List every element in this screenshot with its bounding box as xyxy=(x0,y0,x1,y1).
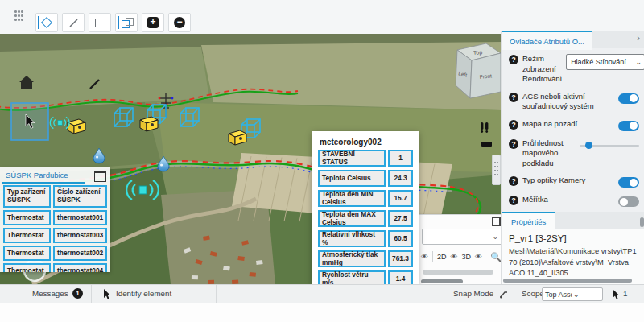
slider-knob[interactable] xyxy=(585,142,592,149)
meteorology-row: Teplota Celsius24.3 xyxy=(318,170,413,187)
toolbar-grip-icon[interactable] xyxy=(14,10,26,23)
cursor-icon xyxy=(103,289,111,299)
table-row[interactable]: Thermostatthermostat002 xyxy=(3,246,107,261)
chevron-down-icon: ⌄ xyxy=(492,233,498,241)
view-cube[interactable]: Top Left Front xyxy=(456,43,501,98)
building xyxy=(192,275,198,279)
panel-splitter-handle[interactable] xyxy=(492,155,501,185)
application-window: + − xyxy=(0,0,644,322)
help-icon: ? xyxy=(509,139,518,149)
toggle-switch[interactable] xyxy=(618,177,639,188)
zoom-out-button[interactable]: − xyxy=(168,13,191,32)
table-row[interactable]: Thermostatthermostat004 xyxy=(3,263,107,272)
meteorology-row: Teplota den MIN Celsius15.7 xyxy=(318,190,413,207)
control-row: ?Mapa na pozadí xyxy=(502,115,644,134)
cell-device-type[interactable]: Thermostat xyxy=(3,246,51,261)
horizontal-scrollbar[interactable] xyxy=(503,279,632,283)
table-row[interactable]: Thermostatthermostat003 xyxy=(3,228,107,243)
vehicle-marker-icon xyxy=(481,142,492,147)
label-2d: 2D xyxy=(437,253,447,261)
meteorology-row: Teplota den MAX Celsius27.5 xyxy=(318,210,413,227)
element-selection-button[interactable] xyxy=(35,13,58,32)
scope-value: Top Assembly xyxy=(545,291,572,299)
building xyxy=(256,260,263,265)
line-icon xyxy=(68,18,79,28)
tab-attribute-controls[interactable]: Ovladače Atributů O... xyxy=(502,31,592,50)
truncated-text xyxy=(423,270,493,275)
meteorology-value: 60.5 xyxy=(388,230,413,247)
toggle-knob xyxy=(630,94,638,102)
toggle-knob xyxy=(630,179,638,187)
render-mode-dropdown[interactable]: Hladké Stínování⌄ xyxy=(566,54,644,70)
cell-device-type[interactable]: Thermostat xyxy=(3,263,51,272)
horizontal-scrollbar[interactable] xyxy=(421,279,463,283)
transparency-slider[interactable] xyxy=(580,140,639,151)
toggle-switch[interactable] xyxy=(618,93,639,104)
eye-2d-icon[interactable]: 👁 xyxy=(451,253,458,261)
cell-device-type[interactable]: Thermostat xyxy=(3,210,51,225)
scope-dropdown[interactable]: Top Assembly ⌄ xyxy=(542,287,603,301)
minus-icon: − xyxy=(174,17,185,28)
toggle-switch[interactable] xyxy=(618,196,639,207)
rectangle-tool-button[interactable] xyxy=(89,13,111,32)
element-name: P_vr1 [3-2SY] xyxy=(509,233,638,243)
plus-icon: + xyxy=(147,17,159,28)
cell-device-id[interactable]: thermostat001 xyxy=(53,210,107,225)
display-dropdown[interactable]: ⌄ xyxy=(422,229,502,245)
display-panel: ⌄ 👁 2D 👁 3D 👁 🔍 xyxy=(417,214,507,286)
suspk-panel-title[interactable]: SÚSPK Pardubice xyxy=(6,171,68,180)
cursor-count: 1 xyxy=(623,289,627,298)
help-icon: ? xyxy=(509,93,518,102)
meteorology-row: STAVEBNÍ STATUS1 xyxy=(318,150,413,167)
fence-icon xyxy=(122,18,132,27)
search-icon[interactable]: 🔍 xyxy=(490,252,502,262)
column-header: Typ zařízení SÚSPK xyxy=(3,185,51,208)
vertical-scrollbar[interactable] xyxy=(640,217,644,227)
camera-device-icon[interactable] xyxy=(140,117,158,131)
right-sidebar: Ovladače Atributů O... › ?Režim zobrazen… xyxy=(501,31,644,284)
eye-3d-icon[interactable]: 👁 xyxy=(475,253,482,261)
meteorology-label: STAVEBNÍ STATUS xyxy=(318,150,386,167)
help-icon: ? xyxy=(509,55,518,64)
control-label: Měřítka xyxy=(522,195,614,205)
meteorology-label: Teplota Celsius xyxy=(318,170,386,187)
zoom-in-button[interactable]: + xyxy=(142,13,164,32)
meteorology-row: Rychlost větru m/s1.4 xyxy=(318,270,413,284)
control-label: Mapa na pozadí xyxy=(522,119,614,130)
chevron-right-icon[interactable]: › xyxy=(637,33,640,43)
control-row: ?Typ optiky Kamery xyxy=(502,171,644,191)
messages-badge: 1 xyxy=(72,288,83,299)
cell-device-id[interactable]: thermostat004 xyxy=(53,263,107,272)
rectangle-icon xyxy=(95,19,105,27)
chevron-down-icon: ⌄ xyxy=(573,291,600,299)
table-header-row: Typ zařízení SÚSPK Číslo zařízení SÚSPK xyxy=(3,185,107,208)
table-row[interactable]: Thermostatthermostat001 xyxy=(3,210,107,225)
control-label: Průhlednost mapového podkladu xyxy=(522,138,576,169)
toggle-switch[interactable] xyxy=(618,121,639,131)
meteorology-value: 24.3 xyxy=(388,170,413,187)
meteorology-label: Relativní vlhkost % xyxy=(318,230,386,247)
messages-button[interactable]: Messages xyxy=(32,289,68,298)
dropdown-value: Hladké Stínování xyxy=(571,58,634,66)
control-label: Režim zobrazení Rendrování xyxy=(522,54,562,85)
suspk-panel: SÚSPK Pardubice Typ zařízení SÚSPK Číslo… xyxy=(0,167,110,272)
line-tool-button[interactable] xyxy=(62,13,85,32)
cursor-icon xyxy=(612,289,620,299)
meteorology-value: 15.7 xyxy=(388,190,413,207)
top-toolbar: + − xyxy=(0,0,644,34)
camera-device-icon[interactable] xyxy=(68,119,85,134)
help-icon: ? xyxy=(509,196,518,205)
snap-mode-button[interactable]: Snap Mode xyxy=(453,289,493,298)
cell-device-id[interactable]: thermostat003 xyxy=(53,228,107,243)
selection-box[interactable] xyxy=(11,103,48,140)
camera-device-icon[interactable] xyxy=(229,130,246,145)
cell-device-type[interactable]: Thermostat xyxy=(3,228,51,243)
maximize-icon[interactable] xyxy=(94,171,106,182)
tab-properties[interactable]: Pröpértiés xyxy=(502,212,555,230)
visibility-icon[interactable]: 👁 xyxy=(421,253,428,261)
snap-mode-icon[interactable] xyxy=(499,290,509,299)
fence-tool-button[interactable] xyxy=(115,13,138,32)
help-icon: ? xyxy=(509,120,518,130)
prompt-text: Identify element xyxy=(116,289,171,298)
cell-device-id[interactable]: thermostat002 xyxy=(53,246,107,261)
